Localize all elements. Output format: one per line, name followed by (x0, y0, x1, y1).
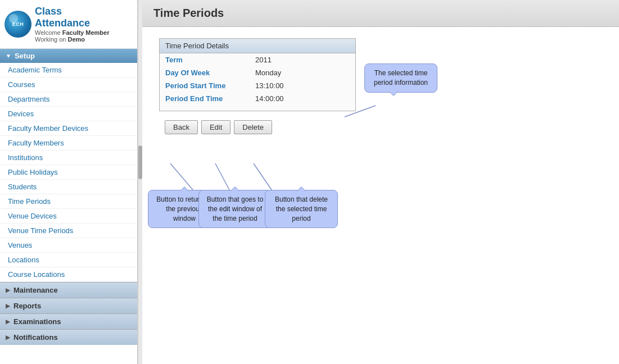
details-box: Time Period Details Term 2011 Day Of Wee… (159, 38, 356, 111)
detail-row-term: Term 2011 (160, 53, 355, 66)
svg-line-1 (215, 163, 229, 190)
sidebar-item-venue-devices[interactable]: Venue Devices (0, 209, 137, 224)
examinations-label: Examinations (13, 317, 61, 326)
detail-value-start: 13:10:00 (255, 81, 284, 90)
detail-row-end: Period End Time 14:00:00 (160, 92, 355, 105)
detail-label-end: Period End Time (165, 94, 255, 103)
detail-row-start: Period Start Time 13:10:00 (160, 79, 355, 92)
sidebar-item-institutions[interactable]: Institutions (0, 151, 137, 165)
content-area: Time Period Details Term 2011 Day Of Wee… (142, 27, 619, 364)
setup-label: Setup (15, 52, 35, 60)
sidebar-item-locations[interactable]: Locations (0, 253, 137, 267)
sidebar: ECH Class Attendance Welcome Faculty Mem… (0, 0, 138, 364)
back-button[interactable]: Back (165, 120, 198, 134)
sidebar-item-students[interactable]: Students (0, 180, 137, 194)
notifications-label: Notifications (13, 333, 58, 342)
sidebar-item-academic-terms[interactable]: Academic Terms (0, 63, 137, 78)
tooltip-edit: Button that goes to the edit window of t… (198, 190, 272, 228)
detail-row-dow: Day Of Week Monday (160, 66, 355, 79)
sidebar-header: ECH Class Attendance Welcome Faculty Mem… (0, 0, 137, 49)
detail-value-term: 2011 (255, 56, 272, 64)
sidebar-item-courses[interactable]: Courses (0, 78, 137, 92)
sidebar-item-public-holidays[interactable]: Public Holidays (0, 165, 137, 180)
maintenance-label: Maintenance (13, 286, 58, 294)
scrollbar-thumb[interactable] (138, 145, 142, 179)
examinations-section-header[interactable]: ▶ Examinations (0, 313, 137, 329)
notifications-section-header[interactable]: ▶ Notifications (0, 329, 137, 345)
setup-arrow-icon: ▼ (6, 53, 11, 59)
detail-label-term: Term (165, 56, 255, 64)
buttons-row: Back Edit Delete (165, 120, 602, 134)
examinations-arrow-icon: ▶ (6, 319, 10, 325)
sidebar-item-departments[interactable]: Departments (0, 92, 137, 107)
maintenance-section-header[interactable]: ▶ Maintenance (0, 282, 137, 298)
reports-arrow-icon: ▶ (6, 303, 10, 309)
reports-section-header[interactable]: ▶ Reports (0, 298, 137, 313)
page-title-bar: Time Periods (142, 0, 619, 27)
detail-value-dow: Monday (255, 69, 281, 77)
delete-button[interactable]: Delete (234, 120, 272, 134)
page-title: Time Periods (153, 7, 224, 19)
notifications-arrow-icon: ▶ (6, 334, 10, 340)
logo-text: ECH (12, 21, 24, 27)
sidebar-item-venue-time-periods[interactable]: Venue Time Periods (0, 224, 137, 238)
edit-button[interactable]: Edit (201, 120, 231, 134)
detail-value-end: 14:00:00 (255, 94, 284, 103)
app-title: Class Attendance (35, 6, 109, 29)
app-logo: ECH (4, 11, 31, 38)
tooltip-info: The selected time period information (364, 63, 437, 93)
tooltip-delete: Button that delete the selected time per… (265, 190, 338, 228)
sidebar-item-course-locations[interactable]: Course Locations (0, 267, 137, 282)
sidebar-item-faculty-members[interactable]: Faculty Members (0, 136, 137, 151)
sidebar-item-faculty-member-devices[interactable]: Faculty Member Devices (0, 121, 137, 136)
sidebar-item-time-periods[interactable]: Time Periods (0, 194, 137, 209)
main-content: Time Periods Time Period Details Term 20… (142, 0, 619, 364)
sidebar-item-devices[interactable]: Devices (0, 107, 137, 121)
svg-line-2 (254, 163, 272, 190)
maintenance-arrow-icon: ▶ (6, 287, 10, 293)
detail-label-dow: Day Of Week (165, 69, 255, 77)
reports-label: Reports (13, 302, 41, 310)
setup-section-header[interactable]: ▼ Setup (0, 49, 137, 63)
sidebar-item-venues[interactable]: Venues (0, 238, 137, 253)
sidebar-scrollbar[interactable] (138, 0, 142, 364)
detail-label-start: Period Start Time (165, 81, 255, 90)
welcome-text: Welcome Faculty Member Working on Demo (35, 29, 109, 43)
details-box-title: Time Period Details (160, 39, 355, 53)
app-title-block: Class Attendance Welcome Faculty Member … (35, 6, 109, 43)
